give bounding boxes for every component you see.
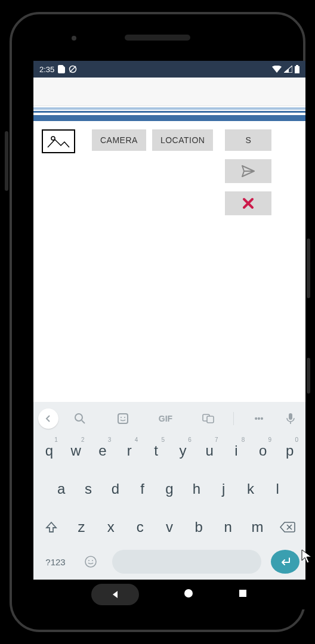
- key-p[interactable]: p0: [277, 435, 302, 466]
- key-a[interactable]: a: [49, 473, 73, 504]
- wifi-icon: [272, 66, 282, 73]
- key-s[interactable]: s: [76, 473, 100, 504]
- navigation-bar: [33, 580, 305, 609]
- key-u[interactable]: u7: [197, 435, 222, 466]
- battery-icon: [295, 65, 299, 73]
- search-icon[interactable]: [58, 413, 101, 425]
- phone-speaker: [125, 35, 190, 41]
- svg-rect-7: [118, 414, 128, 423]
- svg-point-8: [121, 417, 122, 418]
- sticker-icon[interactable]: [101, 413, 144, 425]
- nav-home-button[interactable]: [183, 588, 194, 601]
- svg-point-16: [184, 589, 193, 597]
- app-header: [33, 78, 305, 106]
- svg-rect-12: [289, 413, 292, 420]
- keyboard-row-3: zxcvbnm: [33, 508, 305, 546]
- svg-point-15: [92, 560, 93, 561]
- keyboard-row-1: q1w2e3r4t5y6u7i8o9p0: [33, 432, 305, 470]
- key-d[interactable]: d: [103, 473, 128, 504]
- key-b[interactable]: b: [186, 512, 212, 543]
- key-m[interactable]: m: [244, 512, 271, 543]
- screen: 2:35: [33, 61, 305, 609]
- svg-rect-11: [207, 416, 214, 423]
- svg-rect-3: [296, 65, 298, 66]
- svg-point-13: [85, 556, 96, 567]
- svg-line-6: [82, 420, 85, 423]
- key-f[interactable]: f: [130, 473, 155, 504]
- backspace-key[interactable]: [273, 512, 302, 543]
- svg-rect-17: [239, 590, 246, 597]
- key-x[interactable]: x: [97, 512, 124, 543]
- key-c[interactable]: c: [126, 512, 153, 543]
- phone-front-camera: [72, 36, 76, 41]
- key-h[interactable]: h: [184, 473, 209, 504]
- svg-point-9: [124, 417, 125, 418]
- status-time: 2:35: [39, 65, 54, 74]
- key-o[interactable]: o9: [251, 435, 275, 466]
- share-button[interactable]: S: [225, 129, 271, 151]
- svg-point-5: [75, 414, 82, 421]
- space-key[interactable]: [112, 550, 261, 574]
- send-button[interactable]: [225, 159, 271, 183]
- more-button[interactable]: •••: [237, 414, 280, 423]
- nav-back-button[interactable]: [91, 584, 139, 605]
- location-button[interactable]: LOCATION: [152, 129, 214, 151]
- signal-icon: [284, 66, 292, 73]
- key-w[interactable]: w2: [64, 435, 88, 466]
- translate-icon[interactable]: [187, 413, 230, 425]
- key-g[interactable]: g: [157, 473, 181, 504]
- key-v[interactable]: v: [156, 512, 183, 543]
- symbols-key[interactable]: ?123: [37, 546, 74, 577]
- key-q[interactable]: q1: [37, 435, 61, 466]
- svg-rect-2: [295, 66, 299, 73]
- svg-point-14: [88, 560, 89, 561]
- nav-recents-button[interactable]: [238, 589, 248, 600]
- key-l[interactable]: l: [265, 473, 290, 504]
- keyboard: GIF ••• q1w2e3r4t5y6u7i8o9p0 asdfghjkl z…: [33, 402, 305, 580]
- key-t[interactable]: t5: [144, 435, 168, 466]
- camera-button[interactable]: CAMERA: [92, 129, 146, 151]
- phone-frame: 2:35: [10, 12, 305, 632]
- keyboard-row-2: asdfghjkl: [33, 470, 305, 508]
- gif-button[interactable]: GIF: [144, 414, 187, 423]
- header-divider: [33, 106, 305, 121]
- keyboard-row-4: ?123: [33, 546, 305, 580]
- key-r[interactable]: r4: [117, 435, 141, 466]
- key-e[interactable]: e3: [91, 435, 115, 466]
- enter-key[interactable]: [271, 550, 299, 574]
- key-z[interactable]: z: [68, 512, 95, 543]
- image-placeholder[interactable]: [42, 129, 75, 153]
- key-i[interactable]: i8: [224, 435, 249, 466]
- ime-toolbar: GIF •••: [33, 405, 305, 432]
- shift-key[interactable]: [37, 512, 66, 543]
- status-bar: 2:35: [33, 61, 305, 78]
- key-y[interactable]: y6: [171, 435, 195, 466]
- key-n[interactable]: n: [215, 512, 242, 543]
- sim-icon: [58, 65, 65, 73]
- emoji-key[interactable]: [76, 546, 105, 577]
- no-location-icon: [69, 65, 77, 73]
- mic-icon[interactable]: [280, 413, 301, 425]
- ime-back-button[interactable]: [38, 408, 58, 429]
- key-k[interactable]: k: [238, 473, 262, 504]
- key-j[interactable]: j: [211, 473, 236, 504]
- content-area: CAMERA LOCATION S: [33, 121, 305, 402]
- cancel-button[interactable]: [225, 191, 271, 215]
